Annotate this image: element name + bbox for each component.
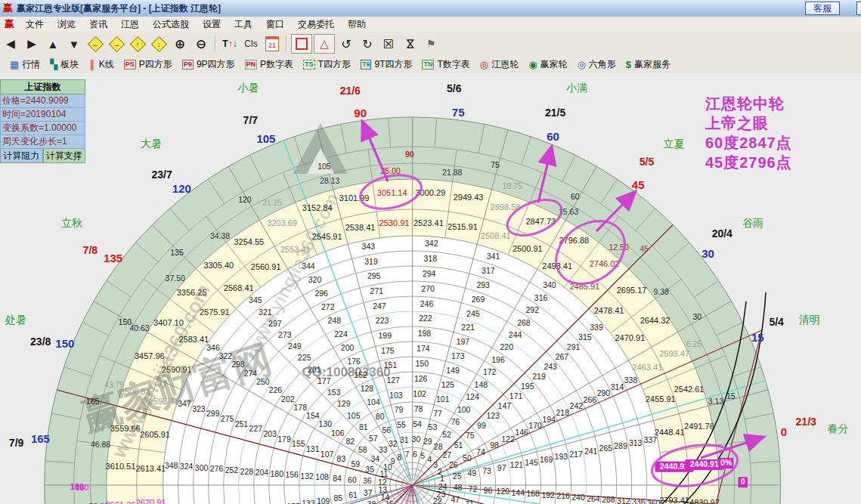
svg-text:99: 99 (477, 421, 486, 430)
svg-text:77: 77 (433, 409, 442, 418)
svg-text:241: 241 (584, 447, 598, 456)
svg-text:123: 123 (486, 411, 500, 420)
menu-item-browse[interactable]: 浏览 (51, 17, 82, 32)
ribbon-item-service[interactable]: $赢家服务 (626, 58, 671, 71)
svg-text:46.88: 46.88 (91, 440, 110, 449)
ribbon-item-t-table[interactable]: TNT数字表 (422, 58, 469, 71)
service-icon: $ (626, 59, 631, 70)
ribbon-item-hexagon[interactable]: ◎六角形 (578, 58, 616, 71)
menu-item-formula-stock-pick[interactable]: 公式选股 (146, 17, 196, 32)
diamond-right-icon[interactable]: → (107, 35, 126, 53)
svg-text:151: 151 (384, 360, 398, 369)
ribbon-item-9p-square[interactable]: P99P四方形 (182, 58, 235, 71)
ribbon-item-label: 9P四方形 (197, 58, 235, 71)
nav-left-icon[interactable]: ◀ (1, 35, 20, 53)
svg-text:294: 294 (423, 269, 436, 278)
svg-text:75: 75 (452, 106, 465, 119)
menu-item-settings[interactable]: 设置 (196, 17, 228, 32)
calc-resistance-button[interactable]: 计算阻力 (0, 149, 43, 163)
zoom-in-icon[interactable]: ⊕ (170, 35, 190, 53)
menu-item-help[interactable]: 帮助 (341, 17, 373, 32)
menu-item-gann[interactable]: 江恩 (114, 17, 146, 32)
svg-text:272: 272 (321, 302, 335, 311)
rotate-cw-icon[interactable]: ↻ (358, 35, 377, 53)
svg-text:28.13: 28.13 (320, 176, 339, 185)
svg-text:2695.17: 2695.17 (617, 286, 647, 295)
menu-item-news[interactable]: 资讯 (82, 17, 114, 32)
ribbon-item-quotes-grid[interactable]: ▦行情 (10, 58, 40, 71)
svg-text:345: 345 (249, 295, 262, 305)
app-logo-icon: 赢 (3, 2, 13, 15)
svg-text:15: 15 (726, 391, 736, 400)
svg-text:3661.36: 3661.36 (106, 500, 136, 504)
svg-text:156: 156 (285, 470, 299, 479)
clipped-edge-button[interactable] (856, 2, 861, 15)
gann-wheel-icon: ◎ (480, 59, 488, 70)
nav-right-icon[interactable]: ▶ (22, 35, 42, 53)
fit-center-icon[interactable]: ⋈ (400, 35, 420, 53)
svg-text:27: 27 (442, 450, 451, 459)
svg-text:5: 5 (420, 451, 425, 460)
chart-type-toolbar: ▦行情▚板块║K线PSP四方形P99P四方形PNP数字表TST四方形T99T四方… (0, 56, 861, 74)
svg-text:4: 4 (427, 455, 432, 464)
svg-text:小满: 小满 (566, 82, 587, 94)
ribbon-item-label: 行情 (22, 58, 40, 71)
calc-support-button[interactable]: 计算支撑 (43, 149, 86, 163)
menu-item-window[interactable]: 窗口 (259, 17, 291, 32)
diamond-down-icon[interactable]: ↓ (149, 35, 169, 53)
calendar-icon[interactable]: 21 (262, 35, 282, 53)
ribbon-item-blocks[interactable]: ▚板块 (50, 58, 79, 71)
svg-text:246: 246 (420, 299, 434, 308)
svg-text:2455.91: 2455.91 (646, 394, 676, 404)
svg-text:243: 243 (544, 362, 557, 371)
diamond-left-icon[interactable]: ← (85, 35, 105, 53)
svg-text:2560.91: 2560.91 (251, 262, 281, 271)
box-x-icon[interactable]: ☒ (379, 35, 398, 53)
svg-text:316: 316 (534, 293, 548, 302)
svg-text:43.75: 43.75 (104, 380, 124, 389)
svg-text:35: 35 (365, 465, 374, 474)
ribbon-item-winner-wheel[interactable]: ◉赢家轮 (528, 58, 567, 71)
svg-text:90: 90 (405, 150, 414, 159)
menu-item-file[interactable]: 文件 (19, 17, 51, 32)
svg-text:36: 36 (363, 476, 372, 485)
nav-up-icon[interactable]: ▲ (43, 35, 63, 53)
t-updown-icon[interactable]: T↑↓ (220, 35, 240, 53)
diamond-up-icon[interactable]: ↑ (128, 35, 147, 53)
svg-text:171: 171 (509, 391, 523, 400)
svg-text:265: 265 (599, 444, 613, 453)
svg-text:76: 76 (451, 417, 460, 426)
svg-text:2949.43: 2949.43 (454, 193, 484, 202)
triangle-draw-icon[interactable]: △ (314, 34, 335, 54)
ribbon-item-t-square[interactable]: TST四方形 (303, 58, 351, 71)
svg-text:75: 75 (466, 431, 475, 440)
svg-text:106: 106 (331, 428, 345, 438)
zoom-out-icon[interactable]: ⊖ (191, 35, 211, 53)
svg-text:清明: 清明 (798, 314, 819, 326)
customer-service-button[interactable]: 客服 (805, 2, 840, 15)
nav-down-icon[interactable]: ▼ (64, 35, 84, 53)
svg-text:57: 57 (369, 434, 378, 443)
svg-text:立夏: 立夏 (663, 138, 684, 150)
svg-text:323: 323 (192, 404, 206, 413)
rotate-ccw-icon[interactable]: ↺ (336, 35, 356, 53)
svg-text:2593.47: 2593.47 (659, 349, 689, 358)
ribbon-item-p-square[interactable]: PSP四方形 (124, 58, 172, 71)
svg-text:226: 226 (269, 385, 283, 394)
ribbon-item-gann-wheel[interactable]: ◎江恩轮 (480, 58, 519, 71)
rect-draw-icon[interactable] (291, 34, 312, 54)
conversion-row: 变换系数=1.00000 (0, 122, 85, 135)
svg-text:小暑: 小暑 (237, 82, 259, 94)
ribbon-item-p-table[interactable]: PNP数字表 (245, 58, 294, 71)
ribbon-item-kline[interactable]: ║K线 (88, 58, 114, 71)
svg-text:340: 340 (543, 280, 556, 289)
date-row: 时间=20190104 (0, 108, 85, 122)
ribbon-item-9t-square[interactable]: T99T四方形 (361, 58, 413, 71)
menu-item-trade[interactable]: 交易委托 (291, 17, 341, 32)
pin-flag-icon[interactable]: ⚑ (421, 35, 441, 53)
svg-text:26: 26 (449, 460, 458, 469)
svg-text:150: 150 (415, 359, 429, 368)
svg-text:15: 15 (751, 331, 764, 344)
menu-item-tools[interactable]: 工具 (228, 17, 259, 32)
cls-button[interactable]: Cls (241, 35, 261, 53)
